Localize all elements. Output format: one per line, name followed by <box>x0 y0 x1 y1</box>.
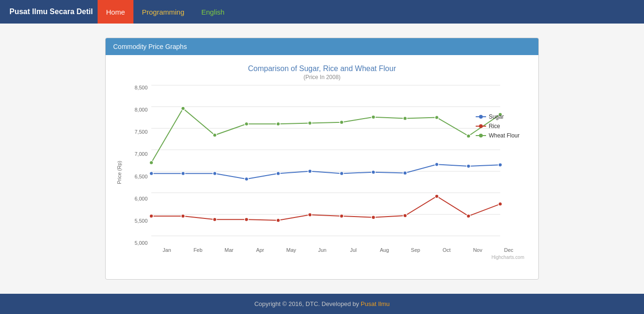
legend-item: Rice <box>476 123 520 129</box>
chart-header: Commodity Price Graphs <box>106 38 538 55</box>
svg-point-34 <box>213 133 217 137</box>
chart-container: Commodity Price Graphs Comparison of Sug… <box>105 38 539 280</box>
svg-point-38 <box>340 121 344 124</box>
svg-point-14 <box>340 171 344 175</box>
svg-point-39 <box>372 115 375 119</box>
main-content: Commodity Price Graphs Comparison of Sug… <box>0 24 644 294</box>
svg-point-17 <box>435 162 438 166</box>
chart-title: Comparison of Sugar, Rice and Wheat Flou… <box>115 64 529 73</box>
x-tick: Jan <box>151 247 182 253</box>
svg-point-29 <box>435 194 438 198</box>
navbar: Pusat Ilmu Secara Detil Home Programming… <box>0 0 644 24</box>
x-tick: Jun <box>307 247 338 253</box>
x-tick: Sep <box>400 247 431 253</box>
x-tick: Mar <box>214 247 245 253</box>
svg-point-10 <box>213 171 217 175</box>
svg-point-36 <box>276 122 280 126</box>
nav-home[interactable]: Home <box>98 0 133 24</box>
svg-point-22 <box>213 217 217 221</box>
y-tick: 5,000 <box>125 241 151 246</box>
chart-svg <box>151 85 500 245</box>
svg-point-20 <box>149 214 153 218</box>
svg-point-24 <box>276 218 280 222</box>
y-tick: 8,500 <box>125 85 151 90</box>
svg-point-32 <box>149 161 153 165</box>
svg-point-30 <box>467 214 471 218</box>
legend-item: Wheat Flour <box>476 132 520 139</box>
svg-point-40 <box>403 116 407 120</box>
x-tick: May <box>276 247 307 253</box>
x-tick: Aug <box>369 247 400 253</box>
svg-point-31 <box>498 202 502 206</box>
x-tick: Feb <box>182 247 214 253</box>
svg-point-9 <box>181 171 185 175</box>
svg-point-33 <box>181 106 185 110</box>
x-tick: Dec <box>493 247 524 253</box>
x-tick: Oct <box>431 247 462 253</box>
y-tick: 6,000 <box>125 196 151 201</box>
svg-point-41 <box>435 116 438 120</box>
svg-point-27 <box>372 216 375 219</box>
svg-point-11 <box>245 177 248 181</box>
legend: Sugar Rice Wheat Flour <box>476 113 520 139</box>
legend-item: Sugar <box>476 113 520 120</box>
nav-items: Home Programming English <box>98 0 233 24</box>
svg-point-21 <box>181 214 185 218</box>
svg-point-23 <box>245 217 248 221</box>
chart-body: Comparison of Sugar, Rice and Wheat Flou… <box>106 55 538 269</box>
svg-point-37 <box>308 121 312 125</box>
svg-point-12 <box>276 171 280 175</box>
x-axis: JanFebMarAprMayJunJulAugSepOctNovDec <box>151 247 524 253</box>
footer-text: Copyright © 2016, DTC. Developed by <box>254 300 361 307</box>
chart-subtitle: (Price In 2008) <box>115 74 529 81</box>
x-tick: Jul <box>338 247 369 253</box>
svg-point-13 <box>308 169 312 173</box>
y-tick: 7,000 <box>125 152 151 157</box>
svg-point-26 <box>340 214 344 218</box>
svg-point-18 <box>467 164 471 168</box>
y-tick: 5,500 <box>125 218 151 224</box>
chart-area: Price (Rp) 5,0005,5006,0006,5007,0007,50… <box>115 85 529 260</box>
nav-programming[interactable]: Programming <box>133 0 193 24</box>
highcharts-credit: Highcharts.com <box>125 255 524 260</box>
x-tick: Nov <box>462 247 493 253</box>
svg-point-19 <box>498 163 502 167</box>
svg-point-16 <box>403 171 407 175</box>
chart-plot: 5,0005,5006,0006,5007,0007,5008,0008,500 <box>125 85 529 260</box>
plot-area <box>151 85 524 245</box>
navbar-brand: Pusat Ilmu Secara Detil <box>9 8 93 16</box>
svg-point-25 <box>308 213 312 217</box>
footer-brand: Pusat Ilmu <box>361 300 389 307</box>
svg-point-8 <box>149 171 153 175</box>
nav-english[interactable]: English <box>193 0 233 24</box>
y-tick: 8,000 <box>125 107 151 113</box>
svg-point-28 <box>403 214 407 217</box>
footer: Copyright © 2016, DTC. Developed by Pusa… <box>0 294 644 314</box>
y-axis-label: Price (Rp) <box>115 85 124 260</box>
svg-point-42 <box>467 134 471 138</box>
x-tick: Apr <box>245 247 276 253</box>
y-tick: 7,500 <box>125 129 151 135</box>
svg-point-35 <box>245 122 248 126</box>
svg-point-15 <box>372 170 375 174</box>
y-tick: 6,500 <box>125 174 151 179</box>
y-axis: 5,0005,5006,0006,5007,0007,5008,0008,500 <box>125 85 151 246</box>
